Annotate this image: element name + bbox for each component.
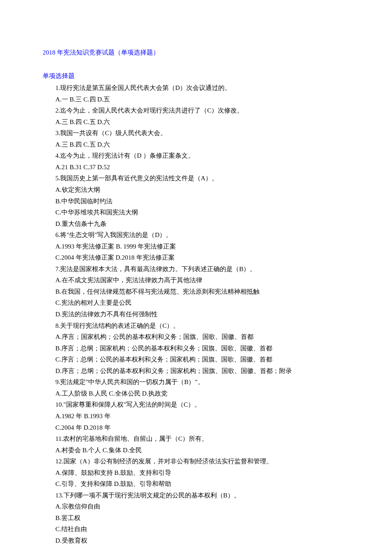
- text-line: C.中华苏维埃共和国宪法大纲: [43, 207, 349, 218]
- text-line: 9.宪法规定"中华人民共和国的一切权力属于（B）"。: [43, 376, 349, 388]
- text-line: A.村委会 B.个人 C.集体 D.全民: [43, 445, 349, 456]
- text-line: B.在我国，任何法律规范都不得与宪法规范、宪法原则和宪法精神相抵触: [43, 286, 349, 298]
- text-line: 2.迄今为止，全国人民代表大会对现行宪法共进行了（C）次修改。: [43, 105, 349, 116]
- text-line: A.在不成文宪法国家中，宪法法律效力高于其他法律: [43, 275, 349, 286]
- text-line: B.中华民国临时约法: [43, 196, 349, 207]
- question-list: 1.现行宪法是第五届全国人民代表大会第（D）次会议通过的。A.一 B.三 C.四…: [43, 82, 349, 546]
- text-line: 7.宪法是国家根本大法，具有最高法律效力。下列表述正确的是（B）。: [43, 263, 349, 275]
- text-line: C.结社自由: [43, 523, 349, 535]
- text-line: C.2004 年宪法修正案 D.2018 年宪法修正案: [43, 252, 349, 263]
- text-line: C.2004 年 D.2018 年: [43, 422, 349, 434]
- text-line: D.宪法的法律效力不具有任何强制性: [43, 309, 349, 320]
- text-line: D.序言；总纲；公民的基本权利和义务；国家机构；国旗、国歌、国徽、首都；附录: [43, 365, 349, 377]
- text-line: 6.将"生态文明"写入我国宪法的是（D）。: [43, 229, 349, 241]
- text-line: 1.现行宪法是第五届全国人民代表大会第（D）次会议通过的。: [43, 82, 349, 94]
- text-line: B.序言；总纲；国家机构；公民的基本权利和义务；国旗、国歌、国徽、首都: [43, 343, 349, 354]
- text-line: A.工人阶级 B.人民 C.全体公民 D.执政党: [43, 388, 349, 399]
- text-line: A.三 B.四 C.五 D.六: [43, 116, 349, 128]
- text-line: A.三 B.四 C.五 D.六: [43, 139, 349, 150]
- text-line: C.宪法的相对人主要是公民: [43, 297, 349, 309]
- text-line: A.宗教信仰自由: [43, 501, 349, 512]
- text-line: A.序言；国家机构；公民的基本权利和义务；国旗、国歌、国徽、首都: [43, 331, 349, 343]
- text-line: A.1982 年 B.1993 年: [43, 410, 349, 422]
- text-line: 13.下列哪一项不属于现行宪法明文规定的公民的基本权利（B）。: [43, 490, 349, 501]
- text-line: C.序言；总纲；公民的基本权利和义务；国家机构；国旗、国歌、国徽、首都: [43, 354, 349, 365]
- text-line: 10."国家尊重和保障人权"写入宪法的时间是（C）。: [43, 399, 349, 410]
- text-line: A.一 B.三 C.四 D.五: [43, 94, 349, 105]
- text-line: 11.农村的宅基地和自留地、自留山，属于（C）所有。: [43, 433, 349, 445]
- text-line: A.保障、鼓励和支持 B.鼓励、支持和引导: [43, 467, 349, 479]
- text-line: A.21 B.31 C.37 D.52: [43, 162, 349, 173]
- text-line: 3.我国一共设有（C）级人民代表大会。: [43, 127, 349, 139]
- text-line: 8.关于现行宪法结构的表述正确的是（C）。: [43, 320, 349, 332]
- text-line: C.引导、支持和保障 D.鼓励、引导和帮助: [43, 478, 349, 490]
- text-line: 12.国家（A）非公有制经济的发展，并对非公有制经济依法实行监督和管理。: [43, 456, 349, 467]
- document-title: 2018 年宪法知识竞赛试题（单项选择题）: [43, 47, 349, 58]
- section-heading: 单项选择题: [43, 70, 349, 82]
- text-line: B.罢工权: [43, 512, 349, 524]
- text-line: A.钦定宪法大纲: [43, 184, 349, 196]
- text-line: 5.我国历史上第一部具有近代意义的宪法性文件是（A）。: [43, 173, 349, 184]
- text-line: 4.迄今为止，现行宪法计有（D ）条修正案条文。: [43, 150, 349, 162]
- text-line: D.重大信条十九条: [43, 218, 349, 230]
- text-line: D.受教育权: [43, 535, 349, 546]
- text-line: A.1993 年宪法修正案 B. 1999 年宪法修正案: [43, 241, 349, 252]
